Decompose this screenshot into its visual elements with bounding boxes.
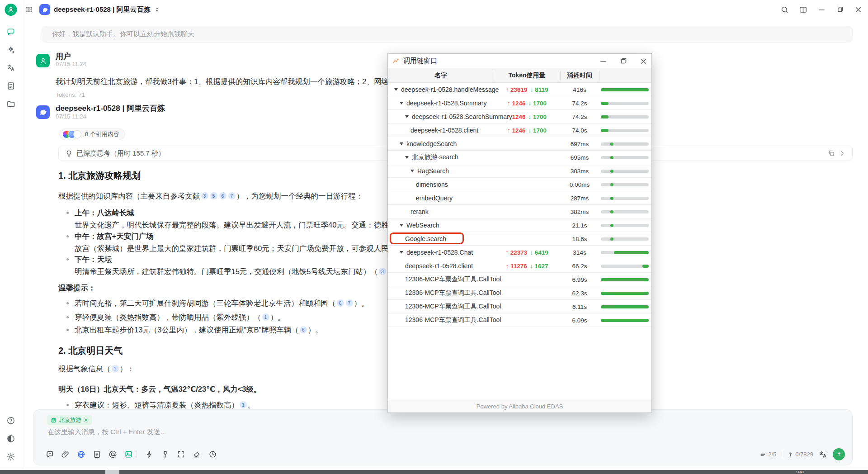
trace-row-name: WebSearch bbox=[400, 218, 439, 232]
mention-icon[interactable] bbox=[108, 450, 117, 459]
trace-row[interactable]: deepseek-r1-0528.client↑ 1246↓ 170074.0s bbox=[388, 123, 651, 137]
sidebar-item-theme-icon[interactable] bbox=[6, 434, 15, 443]
trace-row-name: 12306-MCP车票查询工具.CallTool bbox=[405, 286, 501, 300]
trace-row-tokens: ↑ 22373↓ 6419 bbox=[494, 246, 560, 259]
citation-badge[interactable]: 5 bbox=[210, 192, 217, 199]
close-icon[interactable] bbox=[854, 5, 863, 14]
text-run: ）： bbox=[120, 365, 135, 373]
send-button[interactable] bbox=[833, 448, 845, 460]
knowledge-tag[interactable]: 北京旅游 ✕ bbox=[47, 415, 92, 425]
expand-caret-icon[interactable] bbox=[400, 102, 403, 104]
lightning-icon[interactable] bbox=[145, 450, 154, 459]
trace-close-icon[interactable] bbox=[639, 57, 648, 66]
minimize-icon[interactable] bbox=[817, 5, 826, 14]
citation-badge[interactable]: 1 bbox=[262, 313, 269, 321]
model-title: deepseek-r1-0528 | 阿里云百炼 bbox=[54, 5, 150, 14]
citation-badge[interactable]: 7 bbox=[228, 192, 236, 199]
section-heading: 2. 北京明日天气 bbox=[58, 345, 123, 356]
citation-badge[interactable]: 3 bbox=[379, 268, 386, 275]
expand-caret-icon[interactable] bbox=[405, 115, 409, 118]
citation-badge[interactable]: 1 bbox=[112, 365, 119, 372]
citation-badge[interactable]: 1 bbox=[240, 401, 247, 408]
citations-pill[interactable]: 8 个引用内容 bbox=[59, 128, 125, 140]
tag-close-icon[interactable]: ✕ bbox=[84, 417, 88, 423]
translate-toggle-icon[interactable] bbox=[819, 450, 827, 459]
trace-row[interactable]: deepseek-r1-0528.Summary↑ 1246↓ 170074.2… bbox=[388, 96, 651, 110]
copy-icon[interactable] bbox=[828, 150, 835, 157]
image-icon[interactable] bbox=[124, 450, 133, 459]
trace-window-titlebar[interactable]: 调用链窗口 bbox=[388, 54, 651, 68]
trace-row[interactable]: deepseek-r1-0528.Chat↑ 22373↓ 6419314s bbox=[388, 246, 651, 259]
document-icon[interactable] bbox=[92, 450, 101, 459]
expand-caret-icon[interactable] bbox=[400, 251, 403, 254]
message-composer[interactable]: 北京旅游 ✕ 在这里输入消息，按 Ctrl + Enter 发送... 2/5 … bbox=[33, 409, 853, 465]
trace-row-duration-bar bbox=[601, 129, 649, 132]
citation-badge[interactable]: 6 bbox=[300, 326, 307, 333]
list-item: 上午：八达岭长城 bbox=[75, 207, 134, 218]
trace-row[interactable]: knowledgeSearch697ms bbox=[388, 137, 651, 151]
trace-row[interactable]: 12306-MCP车票查询工具.CallTool62.3s bbox=[388, 286, 651, 300]
layout-icon[interactable] bbox=[799, 5, 807, 14]
expand-caret-icon[interactable] bbox=[400, 142, 403, 145]
trace-row[interactable]: 北京旅游-search695ms bbox=[388, 151, 651, 164]
eraser-icon[interactable] bbox=[192, 450, 201, 459]
trace-row-name: RagSearch bbox=[410, 164, 449, 178]
chevron-updown-icon bbox=[154, 6, 160, 13]
trace-row[interactable]: WebSearch21.1s bbox=[388, 218, 651, 232]
assistant-avatar bbox=[36, 105, 50, 119]
trace-row[interactable]: Google.search18.6s bbox=[388, 232, 651, 246]
expand-caret-icon[interactable] bbox=[400, 224, 403, 227]
citation-badge[interactable]: 6 bbox=[337, 299, 344, 307]
expand-caret-icon[interactable] bbox=[405, 156, 409, 159]
tag-book-icon bbox=[51, 417, 57, 423]
tag-label: 北京旅游 bbox=[59, 417, 81, 424]
collapse-sidebar-icon[interactable] bbox=[25, 5, 33, 14]
prompt-icon[interactable] bbox=[160, 450, 170, 459]
trace-row-duration-bar bbox=[601, 142, 649, 146]
sidebar-item-chat-icon[interactable] bbox=[6, 27, 15, 36]
message-input[interactable]: 在这里输入消息，按 Ctrl + Enter 发送... bbox=[47, 428, 166, 436]
sidebar-item-folder-icon[interactable] bbox=[6, 100, 15, 109]
trace-row[interactable]: 12306-MCP车票查询工具.CallTool6.09s bbox=[388, 313, 651, 327]
trace-row[interactable]: rerank382ms bbox=[388, 205, 651, 218]
trace-row[interactable]: deepseek-r1-0528.client↑ 11276↓ 162766.2… bbox=[388, 259, 651, 273]
user-name: 用户 bbox=[56, 51, 71, 62]
sidebar-item-user-avatar-icon[interactable] bbox=[5, 4, 17, 16]
model-selector[interactable]: deepseek-r1-0528 | 阿里云百炼 bbox=[39, 4, 160, 15]
maximize-icon[interactable] bbox=[836, 5, 844, 14]
trace-row-name: embedQuery bbox=[416, 191, 453, 205]
trace-minimize-icon[interactable] bbox=[599, 57, 608, 66]
message-plus-icon[interactable] bbox=[45, 450, 54, 459]
trace-row[interactable]: deepseek-r1-0528.handleMessage↑ 23619↓ 8… bbox=[388, 83, 651, 96]
trace-row-time: 287ms bbox=[560, 191, 599, 205]
sidebar-item-help-icon[interactable] bbox=[6, 416, 15, 425]
assistant-message-time: 07/15 11:24 bbox=[56, 113, 86, 120]
sidebar-item-settings-icon[interactable] bbox=[6, 452, 15, 461]
trace-row[interactable]: embedQuery287ms bbox=[388, 191, 651, 205]
text-run: 1. 北京旅游攻略规划 bbox=[58, 171, 141, 180]
search-icon[interactable] bbox=[780, 5, 789, 14]
trace-row[interactable]: RagSearch303ms bbox=[388, 164, 651, 178]
citation-source-icons bbox=[62, 130, 81, 138]
trace-row[interactable]: deepseek-r1-0528.SearchSummary↑ 1246↓ 17… bbox=[388, 110, 651, 123]
trace-maximize-icon[interactable] bbox=[619, 57, 627, 65]
expand-caret-icon[interactable] bbox=[410, 170, 414, 172]
fullscreen-icon[interactable] bbox=[176, 450, 185, 459]
chevron-right-icon[interactable] bbox=[839, 150, 846, 157]
trace-row[interactable]: dimensions0.00ms bbox=[388, 178, 651, 191]
trace-row-tokens: ↑ 23619↓ 8119 bbox=[494, 83, 560, 96]
attachment-icon[interactable] bbox=[61, 450, 70, 459]
web-search-icon[interactable] bbox=[76, 450, 85, 459]
sidebar-item-notes-icon[interactable] bbox=[6, 81, 15, 90]
sidebar-item-sparkle-icon[interactable] bbox=[6, 45, 15, 54]
expand-caret-icon[interactable] bbox=[394, 88, 398, 91]
trace-row[interactable]: 12306-MCP车票查询工具.CallTool6.11s bbox=[388, 300, 651, 313]
citation-badge[interactable]: 3 bbox=[201, 192, 208, 199]
citation-badge[interactable]: 7 bbox=[346, 299, 353, 307]
trace-row-time: 303ms bbox=[560, 164, 599, 178]
sidebar-item-translate-icon[interactable] bbox=[6, 63, 15, 72]
history-icon[interactable] bbox=[208, 450, 217, 459]
trace-row-time: 74.0s bbox=[560, 123, 599, 137]
trace-row[interactable]: 12306-MCP车票查询工具.CallTool6.99s bbox=[388, 273, 651, 286]
citation-badge[interactable]: 6 bbox=[219, 192, 226, 199]
